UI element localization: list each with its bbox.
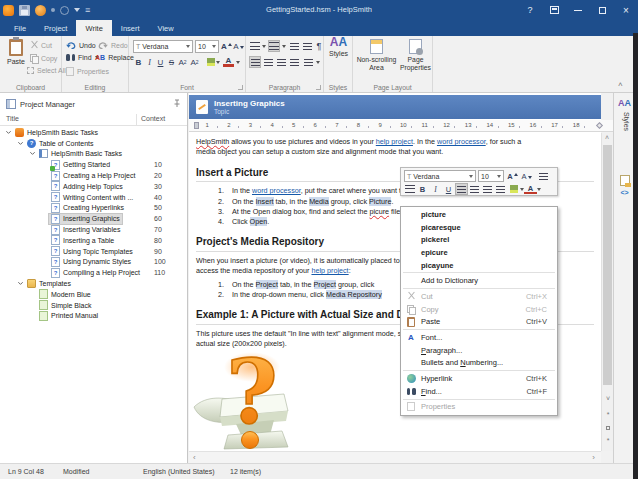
tree-item-inserting-graphics[interactable]: ?Inserting Graphics60: [0, 213, 187, 224]
hyperlink[interactable]: word processor: [252, 186, 301, 195]
align-right-button[interactable]: [275, 56, 287, 68]
font-color-dropdown-icon[interactable]: [236, 61, 240, 64]
menu-item-picture[interactable]: picture: [401, 208, 557, 221]
numbered-list-button[interactable]: [268, 40, 280, 52]
scroll-right-icon[interactable]: ›: [592, 453, 595, 462]
template-page-icon[interactable]: [620, 175, 630, 186]
cut-button[interactable]: Cut: [30, 41, 52, 49]
tree-item-creating-hyperlinks[interactable]: ?Creating Hyperlinks50: [0, 203, 187, 214]
bullet-dropdown-icon[interactable]: [262, 45, 266, 48]
menu-item-bullets-and-numbering[interactable]: Bullets and Numbering...: [401, 357, 557, 370]
align-justify-button[interactable]: [288, 56, 300, 68]
italic-button[interactable]: I: [144, 56, 155, 68]
grow-font-button[interactable]: A: [221, 40, 232, 52]
replace-button[interactable]: ABReplace: [95, 54, 134, 61]
expand-chevron-icon[interactable]: [28, 150, 37, 157]
column-context[interactable]: Context: [141, 115, 165, 122]
menu-item-picayune[interactable]: picayune: [401, 259, 557, 272]
menu-item-font[interactable]: AFont...: [401, 331, 557, 344]
menu-item-epicure[interactable]: epicure: [401, 246, 557, 259]
mini-align-right-button[interactable]: [481, 183, 494, 195]
strikethrough-button[interactable]: S: [166, 56, 177, 68]
expand-chevron-icon[interactable]: [16, 140, 25, 147]
properties-button[interactable]: Properties: [66, 67, 109, 76]
underline-button[interactable]: U: [155, 56, 166, 68]
scrollbar-thumb[interactable]: [603, 145, 612, 385]
tree-item-compiling-a-help-project[interactable]: ?Compiling a Help Project110: [0, 267, 187, 278]
highlight-button[interactable]: [205, 56, 216, 68]
tab-file[interactable]: File: [5, 20, 35, 36]
tree-item-templates[interactable]: Templates: [0, 278, 187, 289]
tab-project[interactable]: Project: [35, 20, 76, 36]
tree-item-creating-a-help-project[interactable]: ?Creating a Help Project20: [0, 170, 187, 181]
tree-item-helpsmith-basic-tasks[interactable]: HelpSmith Basic Tasks: [0, 149, 187, 160]
pin-icon[interactable]: [173, 99, 181, 110]
tree-item-helpsmith-basic-tasks[interactable]: HelpSmith Basic Tasks: [0, 127, 187, 138]
styles-button[interactable]: AA Styles: [326, 39, 351, 57]
mini-italic-button[interactable]: I: [429, 183, 442, 195]
mini-font-color-dropdown-icon[interactable]: [537, 188, 541, 191]
font-size-select[interactable]: 10: [195, 40, 219, 53]
tree-item-getting-started[interactable]: ?Getting Started10: [0, 159, 187, 170]
scroll-left-icon[interactable]: ‹: [193, 453, 196, 462]
ribbon-options-button[interactable]: [542, 0, 566, 20]
copy-button[interactable]: Copy: [30, 54, 57, 63]
column-title[interactable]: Title: [6, 115, 19, 122]
tree-item-simple-black[interactable]: Simple Black: [0, 300, 187, 311]
expand-chevron-icon[interactable]: [4, 129, 13, 136]
tree-item-using-topic-templates[interactable]: ?Using Topic Templates90: [0, 246, 187, 257]
tree-item-inserting-variables[interactable]: ?Inserting Variables70: [0, 224, 187, 235]
mini-shrink-font-button[interactable]: A: [520, 170, 533, 182]
font-dialog-launcher[interactable]: [238, 85, 243, 90]
browse-prev-icon[interactable]: *: [604, 411, 612, 419]
ruler[interactable]: 123456789101112131415161718: [189, 120, 613, 132]
scroll-up-icon[interactable]: ˄: [605, 135, 611, 141]
bold-button[interactable]: B: [133, 56, 144, 68]
tab-write[interactable]: Write: [76, 20, 111, 36]
decrease-indent-button[interactable]: [288, 40, 300, 52]
collapse-ribbon-button[interactable]: ˄: [618, 80, 626, 88]
tab-insert[interactable]: Insert: [112, 20, 149, 36]
mini-align-left-button[interactable]: [455, 183, 468, 195]
find-button[interactable]: Find: [66, 54, 99, 61]
menu-item-paragraph[interactable]: Paragraph...: [401, 344, 557, 357]
close-button[interactable]: ×: [614, 0, 638, 20]
tree-item-using-dynamic-styles[interactable]: ?Using Dynamic Styles100: [0, 257, 187, 268]
shrink-font-button[interactable]: A: [233, 40, 244, 52]
help-button[interactable]: ?: [518, 0, 542, 20]
right-margin-marker[interactable]: [596, 122, 603, 129]
increase-indent-button[interactable]: [301, 40, 313, 52]
mini-font-family-select[interactable]: TVerdana: [404, 170, 476, 182]
font-family-select[interactable]: TVerdana: [133, 40, 193, 53]
font-color-button[interactable]: A: [223, 56, 234, 67]
highlight-dropdown-icon[interactable]: [216, 61, 220, 64]
tree-item-writing-content-with-[interactable]: ?Writing Content with ...40: [0, 192, 187, 203]
browse-select-icon[interactable]: [604, 424, 612, 432]
mini-highlight-button[interactable]: [507, 183, 520, 195]
hyperlink[interactable]: help project: [311, 266, 348, 275]
mini-align-justify-button[interactable]: [494, 183, 507, 195]
page-properties-button[interactable]: Page Properties: [399, 39, 432, 71]
tree-item-adding-help-topics[interactable]: ?Adding Help Topics30: [0, 181, 187, 192]
hyperlink[interactable]: help project: [376, 137, 413, 146]
line-spacing-dropdown-icon[interactable]: [316, 61, 320, 64]
align-center-button[interactable]: [262, 56, 274, 68]
tree-item-modern-blue[interactable]: Modern Blue: [0, 289, 187, 300]
html-code-icon[interactable]: <>: [614, 189, 635, 196]
menu-item-paste[interactable]: PasteCtrl+V: [401, 316, 557, 329]
mini-grow-font-button[interactable]: A: [506, 170, 519, 182]
minimize-button[interactable]: [566, 0, 590, 20]
editor-vertical-scrollbar[interactable]: ˄ ˅ * *: [601, 133, 613, 451]
nonscrolling-area-button[interactable]: Non-scrolling Area: [354, 39, 399, 71]
numbered-dropdown-icon[interactable]: [282, 45, 286, 48]
browse-next-icon[interactable]: *: [604, 437, 612, 445]
subscript-button[interactable]: A2: [177, 56, 188, 68]
tab-view[interactable]: View: [149, 20, 183, 36]
menu-item-find[interactable]: Find...Ctrl+F: [401, 385, 557, 398]
editor-horizontal-scrollbar[interactable]: ‹ ›: [189, 451, 601, 463]
mini-bold-button[interactable]: B: [416, 183, 429, 195]
indent-marker[interactable]: [194, 122, 199, 129]
select-all-button[interactable]: Select All: [27, 67, 66, 74]
mini-font-size-select[interactable]: 10: [478, 170, 504, 182]
superscript-button[interactable]: A2: [189, 56, 200, 68]
